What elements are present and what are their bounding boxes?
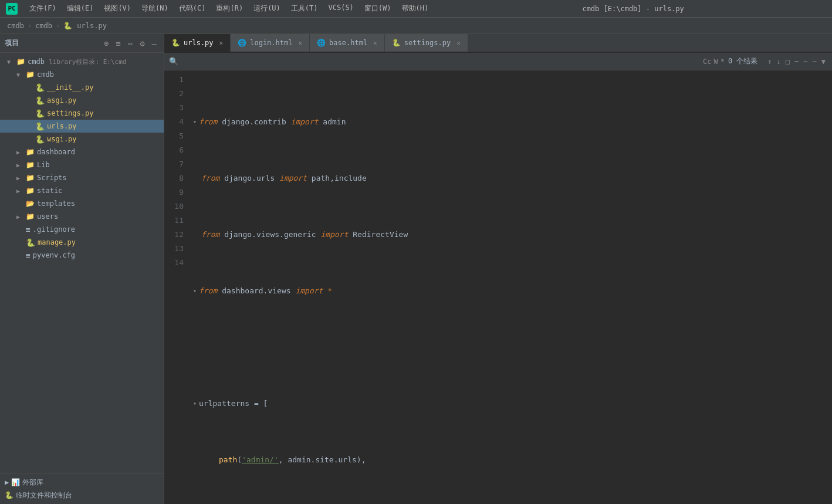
code-line-6: ▾urlpatterns = [ [191,397,832,411]
sidebar-toolbar-icons: ⊕ ≡ ⇔ ⚙ — [102,38,159,49]
sidebar-external-libs[interactable]: ▶ 📊 外部库 [0,476,164,489]
tree-item-manage[interactable]: 🐍 manage.py [0,236,164,249]
tree-item-templates[interactable]: 📂 templates [0,197,164,210]
tab-settings-icon: 🐍 [392,39,401,47]
minimize-icon[interactable]: — [150,38,159,49]
tab-urls-icon: 🐍 [171,39,180,47]
search-more-icon[interactable]: ⋯ [793,56,800,67]
folder-icon: 📁 [16,57,25,66]
tab-base-label: base.html [329,39,367,47]
code-line-2: from django.urls import path,include [191,171,832,185]
py-icon: 🐍 [35,83,45,92]
collapse-icon[interactable]: ⇔ [126,38,135,49]
search-icon2[interactable]: ⋯ [801,56,809,67]
code-line-3: from django.views.generic import Redirec… [191,228,832,242]
list-icon[interactable]: ≡ [113,38,123,49]
app-logo: PC [6,3,18,15]
search-inline-icon[interactable]: □ [784,56,792,67]
search-icon3[interactable]: ⋯ [811,56,819,67]
tab-base-icon: 🌐 [317,39,326,47]
tree-label-lib: Lib [37,161,50,169]
menu-code[interactable]: 代码(C) [174,2,211,15]
breadcrumb-file[interactable]: urls.py [77,22,107,30]
tree-label-static: static [37,187,62,195]
tree-item-asgi[interactable]: 🐍 asgi.py [0,94,164,107]
add-icon[interactable]: ⊕ [102,38,111,49]
tree-item-dashboard[interactable]: ▶ 📁 dashboard [0,146,164,158]
tab-login-close[interactable]: ✕ [298,39,302,47]
tree-item-settings[interactable]: 🐍 settings.py [0,107,164,120]
breadcrumb: cmdb › cmdb › 🐍 urls.py [0,18,832,34]
code-editor[interactable]: 1 2 3 4 5 6 7 8 9 10 11 12 13 14 ▾from d… [164,70,832,504]
tree-item-scripts[interactable]: ▶ 📁 Scripts [0,171,164,184]
regex-icon[interactable]: * [721,57,725,66]
tree-item-lib[interactable]: ▶ 📁 Lib [0,158,164,171]
menu-edit[interactable]: 编辑(E) [62,2,99,15]
tree-item-gitignore[interactable]: ≡ .gitignore [0,223,164,236]
tree-item-init[interactable]: 🐍 __init__.py [0,81,164,94]
tree-label-init: __init__.py [47,83,93,92]
sidebar-scratch[interactable]: 🐍 临时文件和控制台 [0,489,164,502]
breadcrumb-cmdb1[interactable]: cmdb [7,22,24,30]
menu-vcs[interactable]: VCS(S) [324,2,358,15]
folder-icon4: 📁 [26,161,35,169]
tree-item-urls[interactable]: 🐍 urls.py [0,120,164,133]
menu-view[interactable]: 视图(V) [99,2,136,15]
case-sensitive-icon[interactable]: Cc [703,57,711,66]
code-line-7: path('admin/', admin.site.urls), [191,453,832,467]
menu-help[interactable]: 帮助(H) [397,2,434,15]
breadcrumb-cmdb2[interactable]: cmdb [35,22,52,30]
tree-label-scripts: Scripts [37,174,67,182]
tree-label-wsgi: wsgi.py [47,135,77,143]
search-next-icon[interactable]: ↓ [775,56,783,67]
cfg-icon: ≡ [26,251,31,260]
menu-bar[interactable]: 文件(F) 编辑(E) 视图(V) 导航(N) 代码(C) 重构(R) 运行(U… [25,2,433,15]
tab-login-icon: 🌐 [238,39,246,47]
ext-icon: 📊 [11,478,20,486]
menu-window[interactable]: 窗口(W) [360,2,396,15]
search-result-count: 0 个结果 [728,56,757,66]
tab-urls[interactable]: 🐍 urls.py ✕ [164,34,231,52]
tab-settings[interactable]: 🐍 settings.py ✕ [385,34,468,52]
search-prev-icon[interactable]: ↑ [766,56,773,67]
window-title: cmdb [E:\cmdb] - urls.py [582,5,684,13]
tab-urls-close[interactable]: ✕ [219,39,224,47]
folder-icon6: 📁 [26,187,35,195]
menu-nav[interactable]: 导航(N) [137,2,173,15]
tree-item-pyvenv[interactable]: ≡ pyvenv.cfg [0,249,164,262]
search-input[interactable] [182,57,699,66]
folder-icon7: 📂 [26,199,35,208]
folder-icon2: 📁 [26,70,35,79]
py-icon6: 🐍 [26,238,35,247]
sidebar-title: 项目 [5,38,19,48]
tree-item-wsgi[interactable]: 🐍 wsgi.py [0,133,164,146]
breadcrumb-file-icon: 🐍 [63,22,72,30]
tree-item-static[interactable]: ▶ 📁 static [0,184,164,197]
py-icon5: 🐍 [35,135,45,144]
arrow-icon3: ▶ [16,149,23,155]
tab-base-close[interactable]: ✕ [373,39,377,47]
menu-tools[interactable]: 工具(T) [286,2,323,15]
code-line-1: ▾from django.contrib import admin [191,115,832,129]
tree-item-users[interactable]: ▶ 📁 users [0,210,164,223]
search-filter-icon[interactable]: ▼ [820,56,827,67]
tab-settings-close[interactable]: ✕ [456,39,461,47]
arrow-icon4: ▶ [16,162,23,168]
settings-icon[interactable]: ⚙ [137,38,147,49]
breadcrumb-sep2: › [56,22,60,30]
main-layout: 项目 ⊕ ≡ ⇔ ⚙ — ▼ 📁 cmdb library根目录: E:\cmd… [0,34,832,504]
tab-base[interactable]: 🌐 base.html ✕ [310,34,385,52]
tree-item-root[interactable]: ▼ 📁 cmdb library根目录: E:\cmd [0,55,164,68]
menu-file[interactable]: 文件(F) [25,2,61,15]
whole-word-icon[interactable]: W [713,57,718,66]
code-content[interactable]: ▾from django.contrib import admin from d… [191,70,832,504]
folder-icon3: 📁 [26,148,35,156]
menu-run[interactable]: 运行(U) [249,2,285,15]
tab-login[interactable]: 🌐 login.html ✕ [231,34,310,52]
tree-item-cmdb[interactable]: ▼ 📁 cmdb [0,68,164,81]
tab-urls-label: urls.py [184,39,214,47]
ext-label: 外部库 [22,478,43,488]
py-icon4: 🐍 [35,122,45,131]
menu-refactor[interactable]: 重构(R) [211,2,248,15]
tab-login-label: login.html [250,39,292,47]
